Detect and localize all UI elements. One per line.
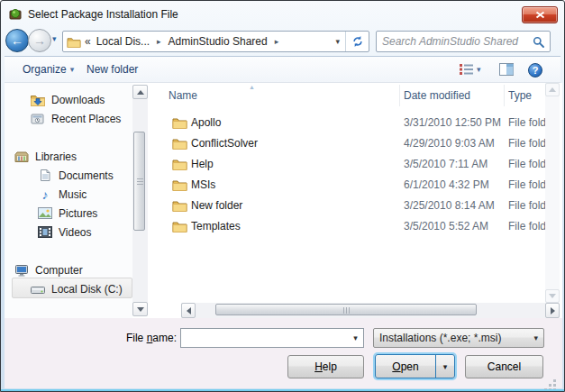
computer-icon <box>14 264 29 277</box>
sidebar-item-label: Documents <box>59 169 114 182</box>
new-folder-button[interactable]: New folder <box>87 63 138 76</box>
chevron-down-icon: ▾ <box>70 65 75 74</box>
search-box <box>376 31 551 52</box>
breadcrumb-segment-folder[interactable]: AdminStudio Shared <box>165 35 271 48</box>
views-button[interactable]: ▾ <box>459 63 481 75</box>
list-horizontal-scrollbar[interactable] <box>181 303 560 318</box>
scroll-up-button[interactable] <box>545 83 560 96</box>
triangle-down-icon <box>549 294 556 298</box>
column-header-name[interactable]: Name <box>169 89 197 102</box>
thumb-grip <box>346 307 347 314</box>
file-type: File folder <box>508 137 550 150</box>
file-type: File folder <box>508 158 550 170</box>
sidebar-item-label: Pictures <box>59 207 97 220</box>
cancel-button[interactable]: Cancel <box>465 355 543 378</box>
thumb-grip <box>137 181 143 182</box>
breadcrumb-segment-drive[interactable]: Local Dis... <box>93 35 153 48</box>
open-button-main[interactable]: Open <box>376 355 435 378</box>
help-icon: ? <box>528 63 542 77</box>
scroll-down-button[interactable] <box>545 289 560 303</box>
folder-icon <box>172 220 187 232</box>
list-vertical-scrollbar[interactable] <box>545 83 560 303</box>
forward-arrow-icon: → <box>33 33 46 48</box>
triangle-up-icon <box>137 90 144 95</box>
folder-icon <box>172 158 187 170</box>
scrollbar-thumb[interactable] <box>215 304 477 315</box>
resize-grip[interactable] <box>553 379 556 382</box>
address-bar[interactable]: « Local Dis... ▸ AdminStudio Shared ▸ ▾ <box>62 31 369 52</box>
chevron-down-icon: ▾ <box>477 65 481 74</box>
file-row[interactable]: Help 3/5/2010 7:11 AM File folder <box>150 154 549 175</box>
forward-button[interactable]: → <box>28 29 51 52</box>
file-dialog-window: Select Package Installation File ← → ▾ «… <box>0 0 565 392</box>
close-icon <box>535 11 545 19</box>
file-type-dropdown[interactable]: Installations (*.exe; *.msi) ▾ <box>373 328 544 348</box>
sidebar-item-recent-places[interactable]: Recent Places <box>31 109 121 128</box>
recent-pages-chevron-icon[interactable]: ▾ <box>52 34 57 43</box>
chevron-down-icon: ▾ <box>443 362 448 371</box>
back-arrow-icon: ← <box>11 33 23 48</box>
titlebar[interactable]: Select Package Installation File <box>1 1 564 27</box>
chevron-down-icon: ▾ <box>353 333 358 342</box>
label-part: File <box>126 332 147 344</box>
file-row[interactable]: ConflictSolver 4/29/2010 9:03 AM File fo… <box>150 133 549 154</box>
column-separator[interactable] <box>399 85 400 106</box>
chevron-right-icon[interactable]: ▸ <box>271 37 283 46</box>
sidebar-item-documents[interactable]: Documents <box>38 166 114 185</box>
sidebar-item-pictures[interactable]: Pictures <box>38 204 97 223</box>
file-type: File folder <box>508 220 550 232</box>
scroll-right-button[interactable] <box>545 303 560 318</box>
column-separator[interactable] <box>504 85 505 106</box>
documents-icon <box>38 169 52 182</box>
help-button[interactable]: ? <box>528 63 542 77</box>
sidebar-item-label: Videos <box>59 226 91 239</box>
sidebar-item-downloads[interactable]: Downloads <box>31 90 105 109</box>
file-row[interactable]: New folder 3/25/2010 8:14 AM File folder <box>150 196 549 216</box>
window-title: Select Package Installation File <box>28 8 178 21</box>
file-date: 3/5/2010 5:52 AM <box>404 220 488 232</box>
combobox-dropdown-button[interactable]: ▾ <box>348 329 363 347</box>
folder-icon <box>67 36 81 48</box>
file-row[interactable]: Apollo 3/31/2010 12:50 PM File folder <box>150 113 549 133</box>
back-button[interactable]: ← <box>5 29 29 52</box>
triangle-right-icon <box>551 307 555 315</box>
sidebar-item-label: Libraries <box>35 150 77 163</box>
breadcrumb-overflow[interactable]: « <box>81 35 93 48</box>
search-input[interactable] <box>380 32 526 50</box>
column-header-date-modified[interactable]: Date modified <box>404 89 470 102</box>
column-header-type[interactable]: Type <box>508 89 532 102</box>
scrollbar-thumb[interactable] <box>133 132 145 231</box>
file-name: ConflictSolver <box>191 137 258 150</box>
chevron-down-icon: ▾ <box>533 333 538 342</box>
views-icon <box>459 63 474 75</box>
help-button-footer[interactable]: Help <box>287 355 364 378</box>
organize-menu-button[interactable]: Organize ▾ <box>23 63 74 76</box>
sidebar-item-label: Local Disk (C:) <box>51 283 123 296</box>
sidebar-item-local-disk-c[interactable]: Local Disk (C:) <box>31 279 123 298</box>
sidebar-item-label: Computer <box>35 264 83 277</box>
preview-pane-button[interactable] <box>499 63 514 76</box>
sidebar-item-libraries[interactable]: Libraries <box>14 147 77 166</box>
close-button[interactable] <box>522 6 558 23</box>
open-button[interactable]: Open ▾ <box>375 354 455 378</box>
sidebar-item-computer[interactable]: Computer <box>14 260 83 279</box>
address-dropdown-chevron-icon[interactable]: ▾ <box>330 37 345 46</box>
footer-panel: File name: ▾ Installations (*.exe; *.msi… <box>5 318 562 388</box>
main-content: Downloads Recent Places Libraries <box>5 83 562 318</box>
folder-icon <box>172 178 187 191</box>
open-split-dropdown[interactable]: ▾ <box>435 355 454 378</box>
scroll-down-button[interactable] <box>132 302 148 316</box>
refresh-button[interactable] <box>345 32 369 51</box>
sidebar-scrollbar[interactable] <box>132 85 148 316</box>
disk-drive-icon <box>31 284 45 295</box>
sidebar-item-music[interactable]: ♪ Music <box>38 185 87 204</box>
scroll-up-button[interactable] <box>132 85 148 99</box>
file-row[interactable]: MSIs 6/1/2010 4:32 PM File folder <box>150 175 549 196</box>
file-row[interactable]: Templates 3/5/2010 5:52 AM File folder <box>150 216 549 237</box>
folder-icon <box>172 199 187 212</box>
file-name-input[interactable] <box>184 330 344 346</box>
sidebar-item-videos[interactable]: Videos <box>38 223 91 242</box>
scroll-left-button[interactable] <box>181 303 196 318</box>
chevron-right-icon[interactable]: ▸ <box>153 37 165 46</box>
file-date: 4/29/2010 9:03 AM <box>404 137 495 150</box>
